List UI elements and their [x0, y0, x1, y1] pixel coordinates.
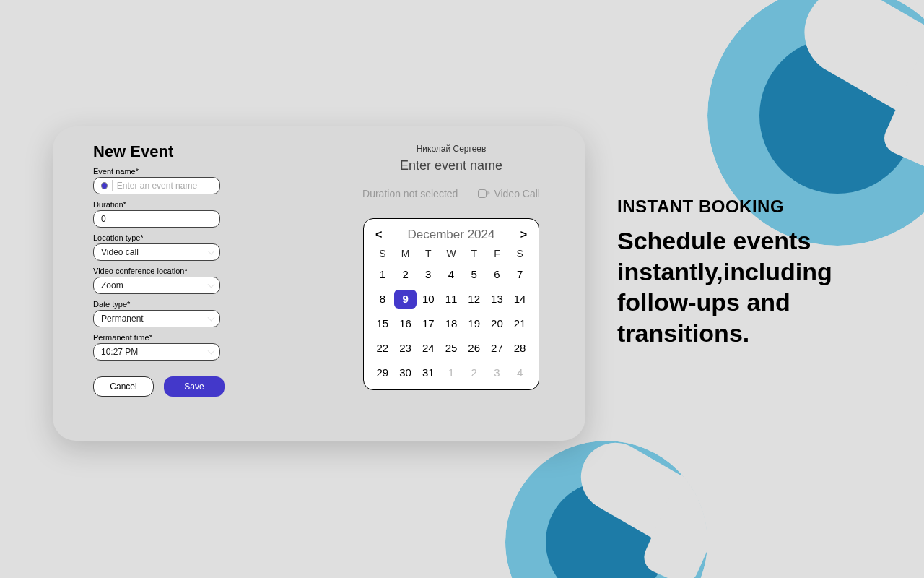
- calendar-day[interactable]: 31: [417, 363, 440, 382]
- field-location-type: Location type* Video call: [93, 233, 310, 261]
- label-event-name: Event name*: [93, 167, 310, 176]
- label-location-type: Location type*: [93, 233, 310, 242]
- calendar-day: 1: [440, 363, 463, 382]
- calendar-dow: M: [394, 248, 417, 259]
- calendar-day[interactable]: 2: [394, 265, 417, 284]
- calendar-widget: < December 2024 > SMTWTFS123456789101112…: [363, 218, 539, 390]
- calendar-day[interactable]: 13: [486, 290, 509, 309]
- calendar-day[interactable]: 14: [508, 290, 531, 309]
- field-date-type: Date type* Permanent: [93, 300, 310, 327]
- calendar-day[interactable]: 11: [440, 290, 463, 309]
- calendar-day[interactable]: 24: [417, 339, 440, 358]
- label-vc-location: Video conference location*: [93, 267, 310, 275]
- calendar-day[interactable]: 30: [394, 363, 417, 382]
- calendar-day[interactable]: 3: [417, 265, 440, 284]
- label-permanent-time: Permanent time*: [93, 333, 310, 342]
- calendar-next-button[interactable]: >: [520, 228, 527, 241]
- permanent-time-value: 10:27 PM: [101, 347, 138, 357]
- calendar-dow: T: [417, 248, 440, 259]
- calendar-day[interactable]: 27: [486, 339, 509, 358]
- calendar-day[interactable]: 5: [463, 265, 486, 284]
- vc-location-select[interactable]: Zoom: [93, 277, 220, 294]
- save-button[interactable]: Save: [164, 376, 225, 397]
- calendar-prev-button[interactable]: <: [375, 228, 382, 241]
- input-event-name-wrap[interactable]: [93, 177, 220, 194]
- preview-meta-row: Duration not selected Video Call: [362, 188, 540, 199]
- calendar-day[interactable]: 19: [463, 314, 486, 333]
- location-type-select[interactable]: Video call: [93, 243, 220, 261]
- form-actions: Cancel Save: [93, 376, 310, 397]
- host-name: Николай Сергеев: [417, 144, 487, 154]
- calendar-grid: SMTWTFS123456789101112131415161718192021…: [371, 248, 531, 382]
- date-type-select[interactable]: Permanent: [93, 310, 220, 327]
- permanent-time-input[interactable]: 10:27 PM: [93, 343, 220, 361]
- calendar-day: 2: [463, 363, 486, 382]
- date-type-value: Permanent: [101, 314, 144, 324]
- calendar-dow: S: [371, 248, 394, 259]
- preview-location: Video Call: [478, 188, 540, 199]
- marketing-body: Schedule events instantly,including foll…: [617, 225, 892, 348]
- field-event-name: Event name*: [93, 167, 310, 194]
- calendar-day[interactable]: 10: [417, 290, 440, 309]
- video-camera-icon: [478, 189, 489, 198]
- form-column: New Event Event name* Duration* Location…: [93, 142, 310, 423]
- cancel-button[interactable]: Cancel: [93, 376, 154, 397]
- calendar-dow: S: [508, 248, 531, 259]
- calendar-day[interactable]: 23: [394, 339, 417, 358]
- calendar-day[interactable]: 21: [508, 314, 531, 333]
- calendar-day[interactable]: 22: [371, 339, 394, 358]
- duration-input[interactable]: [101, 214, 212, 224]
- vc-location-value: Zoom: [101, 280, 123, 290]
- duration-input-wrap[interactable]: [93, 210, 220, 228]
- preview-column: Николай Сергеев Enter event name Duratio…: [310, 142, 564, 423]
- event-color-icon[interactable]: [101, 182, 108, 189]
- calendar-day: 3: [486, 363, 509, 382]
- preview-location-text: Video Call: [494, 188, 540, 199]
- calendar-day[interactable]: 26: [463, 339, 486, 358]
- calendar-day[interactable]: 25: [440, 339, 463, 358]
- calendar-day[interactable]: 16: [394, 314, 417, 333]
- calendar-day[interactable]: 7: [508, 265, 531, 284]
- calendar-dow: T: [463, 248, 486, 259]
- divider-icon: [112, 180, 113, 191]
- preview-event-name: Enter event name: [400, 158, 502, 173]
- calendar-day[interactable]: 18: [440, 314, 463, 333]
- calendar-day: 4: [508, 363, 531, 382]
- calendar-day[interactable]: 15: [371, 314, 394, 333]
- calendar-day[interactable]: 17: [417, 314, 440, 333]
- field-permanent-time: Permanent time* 10:27 PM: [93, 333, 310, 361]
- decorative-logo-bottom: [505, 441, 707, 578]
- new-event-card: New Event Event name* Duration* Location…: [53, 126, 585, 441]
- form-title: New Event: [93, 142, 310, 161]
- calendar-dow: F: [486, 248, 509, 259]
- field-duration: Duration*: [93, 200, 310, 228]
- calendar-day[interactable]: 6: [486, 265, 509, 284]
- calendar-day[interactable]: 9: [394, 290, 417, 309]
- event-name-input[interactable]: [117, 181, 212, 191]
- calendar-day[interactable]: 20: [486, 314, 509, 333]
- calendar-dow: W: [440, 248, 463, 259]
- location-type-value: Video call: [101, 247, 139, 257]
- calendar-day[interactable]: 12: [463, 290, 486, 309]
- calendar-day[interactable]: 29: [371, 363, 394, 382]
- preview-duration-text: Duration not selected: [362, 188, 458, 199]
- calendar-day[interactable]: 4: [440, 265, 463, 284]
- calendar-day[interactable]: 28: [508, 339, 531, 358]
- preview-duration: Duration not selected: [362, 188, 458, 199]
- marketing-text: INSTANT BOOKING Schedule events instantl…: [617, 197, 892, 348]
- marketing-eyebrow: INSTANT BOOKING: [617, 197, 892, 217]
- calendar-day[interactable]: 8: [371, 290, 394, 309]
- field-vc-location: Video conference location* Zoom: [93, 267, 310, 294]
- calendar-day[interactable]: 1: [371, 265, 394, 284]
- label-date-type: Date type*: [93, 300, 310, 309]
- calendar-month-label: December 2024: [408, 228, 495, 242]
- label-duration: Duration*: [93, 200, 310, 209]
